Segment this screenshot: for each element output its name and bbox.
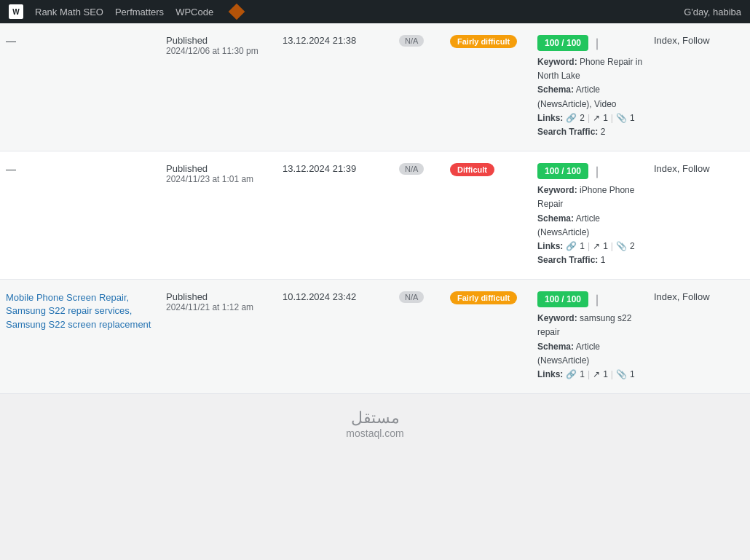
link-icon-affiliate-3: 📎 [616,368,627,382]
pillar-icon-3[interactable]: ∣ [594,293,600,307]
pillar-icon-1[interactable]: ∣ [594,36,600,50]
score-row-2: 100 / 100 ∣ [537,163,648,179]
main-content: — Published 2024/12/06 at 11:30 pm 13.12… [0,23,750,454]
na-col-1: N/A [399,35,450,47]
diamond-icon [229,4,245,20]
na-col-2: N/A [399,163,450,175]
keyword-line-1: Keyword: Phone Repair in North Lake [537,55,648,83]
date-modified-1: 2024/12/06 at 11:30 pm [166,46,274,56]
title-part3: Samsung S22 screen [6,319,96,330]
index-col-1: Index, Follow [654,35,741,46]
link-icon-external-1: ↗ [593,111,600,125]
wpcode-link[interactable]: WPCode [175,7,213,17]
link-icon-external-3: ↗ [593,368,600,382]
difficulty-badge-3: Fairly difficult [450,291,517,304]
rank-score-col-1: 100 / 100 ∣ Keyword: Phone Repair in Nor… [537,35,654,139]
link-icon-internal-2: 🔗 [566,240,577,253]
perfmatters-link[interactable]: Perfmatters [115,7,164,17]
watermark: مستقل mostaql.com [0,394,750,454]
score-row-3: 100 / 100 ∣ [537,291,648,307]
rank-score-col-3: 100 / 100 ∣ Keyword: samsung s22 repair … [537,291,654,382]
date-modified-2: 2024/11/23 at 1:01 am [166,174,274,184]
schema-line-3: Schema: Article (NewsArticle) [537,340,648,368]
post-date-col-2: 13.12.2024 21:39 [283,163,399,174]
pillar-icon-2[interactable]: ∣ [594,165,600,178]
difficulty-col-3: Fairly difficult [450,291,537,304]
search-traffic-line-2: Search Traffic: 1 [537,253,648,267]
post-title-col-3: Mobile Phone Screen Repair, Samsung S22 … [6,291,166,331]
links-line-2: Links: 🔗 1 | ↗ 1 | 📎 2 [537,240,648,253]
schema-line-2: Schema: Article (NewsArticle) [537,212,648,240]
date-value-3: 10.12.2024 23:42 [283,291,390,302]
table-row: Mobile Phone Screen Repair, Samsung S22 … [0,280,750,394]
admin-bar: W Rank Math SEO Perfmatters WPCode G'day… [0,0,750,23]
wp-logo[interactable]: W [9,4,23,19]
na-badge-2: N/A [399,163,424,175]
watermark-arabic: مستقل [15,409,735,427]
post-title-col-1: — [6,35,166,47]
post-date-col-3: 10.12.2024 23:42 [283,291,399,302]
na-badge-3: N/A [399,291,424,303]
table-row: — Published 2024/11/23 at 1:01 am 13.12.… [0,151,750,280]
keyword-line-3: Keyword: samsung s22 repair [537,312,648,339]
status-label-1: Published [166,35,274,46]
date-modified-3: 2024/11/21 at 1:12 am [166,302,274,312]
post-status-col-1: Published 2024/12/06 at 11:30 pm [166,35,283,56]
link-icon-external-2: ↗ [593,240,600,253]
score-row-1: 100 / 100 ∣ [537,35,648,51]
post-status-col-3: Published 2024/11/21 at 1:12 am [166,291,283,312]
links-line-3: Links: 🔗 1 | ↗ 1 | 📎 1 [537,368,648,382]
index-follow-2: Index, Follow [654,163,710,174]
link-icon-affiliate-2: 📎 [616,240,627,253]
dash-1: — [6,35,16,47]
rank-details-3: Keyword: samsung s22 repair Schema: Arti… [537,312,648,382]
date-value-1: 13.12.2024 21:38 [283,35,390,46]
rank-score-col-2: 100 / 100 ∣ Keyword: iPhone Phone Repair… [537,163,654,267]
schema-line-1: Schema: Article (NewsArticle), Video [537,83,648,111]
score-badge-3: 100 / 100 [537,291,588,307]
index-follow-1: Index, Follow [654,35,710,46]
status-label-3: Published [166,291,274,302]
link-icon-affiliate-1: 📎 [616,111,627,125]
rank-details-1: Keyword: Phone Repair in North Lake Sche… [537,55,648,139]
links-line-1: Links: 🔗 2 | ↗ 1 | 📎 1 [537,111,648,125]
difficulty-badge-1: Fairly difficult [450,35,517,48]
difficulty-badge-2: Difficult [450,163,494,176]
dash-2: — [6,163,16,175]
keyword-line-2: Keyword: iPhone Phone Repair [537,184,648,211]
na-col-3: N/A [399,291,450,303]
na-badge-1: N/A [399,35,424,47]
link-icon-internal-1: 🔗 [566,111,577,125]
score-badge-1: 100 / 100 [537,35,588,51]
post-title-link-3[interactable]: Mobile Phone Screen Repair, Samsung S22 … [6,292,151,329]
table-row: — Published 2024/12/06 at 11:30 pm 13.12… [0,23,750,151]
post-title-col-2: — [6,163,166,175]
greeting: G'day, habiba [684,7,741,17]
watermark-latin: mostaql.com [15,427,735,439]
rank-math-seo-link[interactable]: Rank Math SEO [35,7,103,17]
title-part2: Samsung S22 repair services, [6,305,132,316]
search-traffic-line-1: Search Traffic: 2 [537,125,648,139]
difficulty-col-1: Fairly difficult [450,35,537,48]
score-badge-2: 100 / 100 [537,163,588,179]
index-col-3: Index, Follow [654,291,741,302]
index-follow-3: Index, Follow [654,291,710,302]
status-label-2: Published [166,163,274,174]
date-value-2: 13.12.2024 21:39 [283,163,390,174]
title-part1: Mobile Phone Screen Repair, [6,292,129,303]
post-date-col-1: 13.12.2024 21:38 [283,35,399,46]
title-part4: replacement [96,319,151,330]
link-icon-internal-3: 🔗 [566,368,577,382]
index-col-2: Index, Follow [654,163,741,174]
difficulty-col-2: Difficult [450,163,537,176]
post-status-col-2: Published 2024/11/23 at 1:01 am [166,163,283,184]
posts-table: — Published 2024/12/06 at 11:30 pm 13.12… [0,23,750,394]
rank-details-2: Keyword: iPhone Phone Repair Schema: Art… [537,184,648,267]
